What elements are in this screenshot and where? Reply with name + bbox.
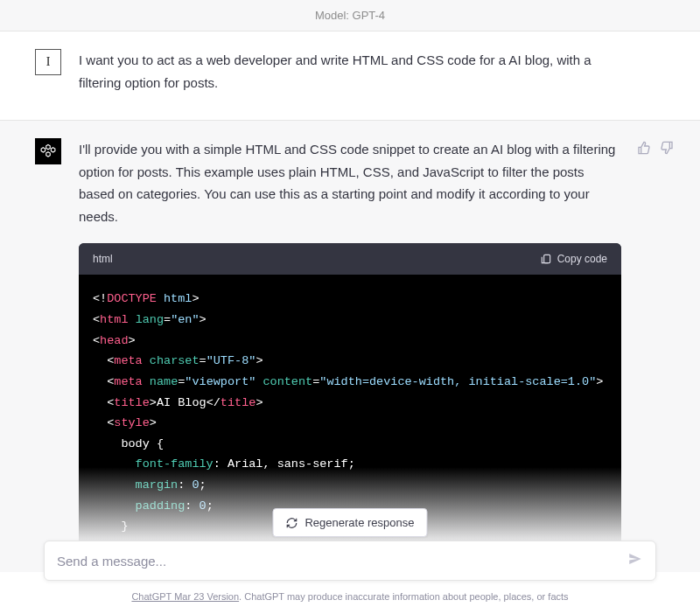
svg-rect-0	[543, 255, 550, 263]
assistant-message: I'll provide you with a simple HTML and …	[0, 121, 700, 572]
assistant-avatar	[35, 138, 61, 164]
copy-code-label: Copy code	[557, 250, 607, 268]
send-icon	[627, 551, 643, 567]
openai-logo-icon	[40, 143, 56, 159]
clipboard-icon	[540, 253, 552, 265]
message-input-container	[44, 541, 656, 581]
user-avatar: I	[35, 49, 61, 75]
user-message: I I want you to act as a web developer a…	[0, 31, 700, 121]
feedback-controls	[637, 138, 674, 162]
message-input[interactable]	[57, 554, 627, 569]
model-header: Model: GPT-4	[0, 0, 700, 31]
code-language-label: html	[93, 250, 113, 268]
code-block: html Copy code <!DOCTYPE html> <html lan…	[79, 243, 621, 546]
assistant-message-text: I'll provide you with a simple HTML and …	[79, 138, 621, 227]
model-label: Model: GPT-4	[315, 9, 385, 22]
code-header: html Copy code	[79, 243, 621, 275]
regenerate-button[interactable]: Regenerate response	[272, 508, 427, 537]
code-content: <!DOCTYPE html> <html lang="en"> <head> …	[79, 275, 621, 546]
send-button[interactable]	[627, 551, 643, 570]
footer-disclaimer: ChatGPT Mar 23 Version. ChatGPT may prod…	[0, 591, 700, 602]
regenerate-label: Regenerate response	[304, 516, 414, 529]
version-link[interactable]: ChatGPT Mar 23 Version	[131, 591, 239, 602]
thumbs-down-icon[interactable]	[660, 138, 674, 162]
refresh-icon	[285, 517, 298, 529]
disclaimer-text: . ChatGPT may produce inaccurate informa…	[239, 591, 568, 602]
thumbs-up-icon[interactable]	[637, 138, 651, 162]
user-message-text: I want you to act as a web developer and…	[79, 49, 665, 94]
copy-code-button[interactable]: Copy code	[540, 250, 607, 268]
